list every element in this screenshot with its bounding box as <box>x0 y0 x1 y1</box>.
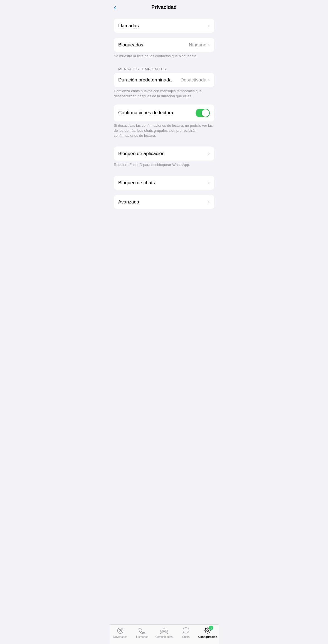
bloqueo-chats-right: › <box>208 180 210 186</box>
bloqueo-chats-label: Bloqueo de chats <box>118 180 155 186</box>
bloqueados-desc: Se muestra la lista de los contactos que… <box>109 52 219 62</box>
llamadas-right: › <box>208 23 210 29</box>
confirmaciones-label: Confirmaciones de lectura <box>118 110 173 116</box>
llamadas-chevron: › <box>208 23 210 29</box>
bloqueo-app-desc: Requiere Face ID para desbloquear WhatsA… <box>109 161 219 171</box>
duracion-row[interactable]: Duración predeterminada Desactivada › <box>114 73 214 87</box>
bloqueados-chevron: › <box>208 42 210 48</box>
bloqueo-app-chevron: › <box>208 151 210 156</box>
bloqueo-app-label: Bloqueo de aplicación <box>118 151 164 156</box>
header: ‹ Privacidad <box>109 0 219 14</box>
toggle-knob <box>202 109 209 117</box>
llamadas-row[interactable]: Llamadas › <box>114 19 214 33</box>
confirmaciones-desc: Si desactivas las confirmaciones de lect… <box>109 121 219 142</box>
page-title: Privacidad <box>151 4 177 10</box>
bloqueo-app-card: Bloqueo de aplicación › <box>114 146 214 161</box>
bloqueados-card: Bloqueados Ninguno › <box>114 38 214 52</box>
content-area: Llamadas › Bloqueados Ninguno › Se muest… <box>109 14 219 236</box>
llamadas-card: Llamadas › <box>114 19 214 33</box>
duracion-right: Desactivada › <box>180 77 210 83</box>
bloqueados-row[interactable]: Bloqueados Ninguno › <box>114 38 214 52</box>
avanzada-label: Avanzada <box>118 199 139 205</box>
mensajes-temporales-section-label: MENSAJES TEMPORALES <box>109 62 219 73</box>
bloqueados-label: Bloqueados <box>118 42 143 48</box>
avanzada-chevron: › <box>208 199 210 205</box>
duracion-desc: Comienza chats nuevos con mensajes tempo… <box>109 87 219 102</box>
duracion-card: Duración predeterminada Desactivada › <box>114 73 214 87</box>
duracion-label: Duración predeterminada <box>118 77 172 83</box>
confirmaciones-toggle[interactable] <box>196 109 210 117</box>
bloqueo-chats-card: Bloqueo de chats › <box>114 176 214 190</box>
bloqueo-app-row[interactable]: Bloqueo de aplicación › <box>114 146 214 161</box>
bloqueo-chats-chevron: › <box>208 180 210 186</box>
bloqueados-right: Ninguno › <box>189 42 210 48</box>
avanzada-row[interactable]: Avanzada › <box>114 195 214 209</box>
bloqueo-app-right: › <box>208 151 210 156</box>
duracion-value: Desactivada <box>180 77 206 83</box>
avanzada-card: Avanzada › <box>114 195 214 209</box>
duracion-chevron: › <box>208 77 210 83</box>
confirmaciones-card: Confirmaciones de lectura <box>114 105 214 121</box>
back-button[interactable]: ‹ <box>114 3 116 12</box>
bloqueados-value: Ninguno <box>189 42 206 48</box>
avanzada-right: › <box>208 199 210 205</box>
bloqueo-chats-row[interactable]: Bloqueo de chats › <box>114 176 214 190</box>
confirmaciones-row: Confirmaciones de lectura <box>114 105 214 121</box>
llamadas-label: Llamadas <box>118 23 139 29</box>
